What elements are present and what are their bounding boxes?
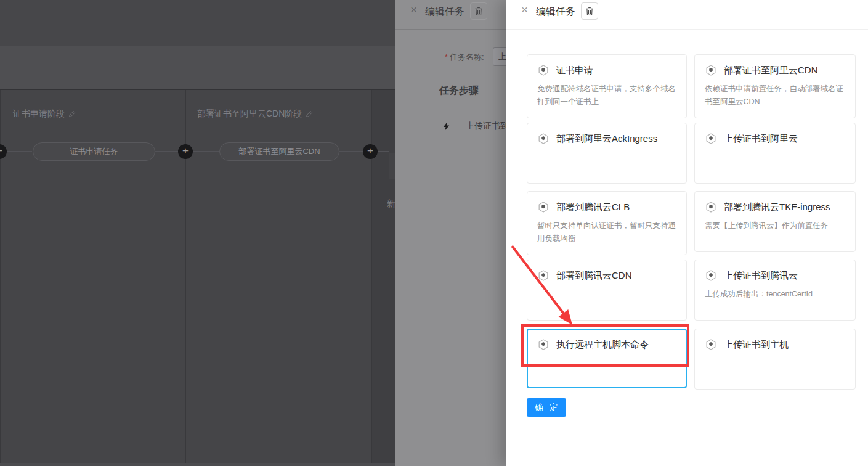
stage-title-text: 证书申请阶段	[13, 108, 65, 120]
delete-task-button[interactable]	[470, 2, 487, 20]
stage-title-1: 证书申请阶段	[13, 108, 76, 120]
trash-icon	[585, 7, 594, 16]
plugin-card-title: 部署到腾讯云CLB	[556, 202, 630, 213]
stage-title-3: 新阶段	[387, 198, 395, 210]
plugin-hexagon-icon	[705, 201, 717, 213]
task-steps-heading: 任务步骤	[439, 84, 479, 97]
drawer-title: 编辑任务	[536, 6, 575, 18]
add-task-button[interactable]: +	[363, 144, 378, 159]
add-task-button[interactable]: +	[178, 144, 193, 159]
stage-column-2: 部署证书至阿里云CDN阶段 部署证书至阿里云CDN	[186, 90, 372, 463]
plugin-card-desc: 上传成功后输出：tencentCertId	[705, 288, 845, 301]
drawer-title: 编辑任务	[425, 6, 464, 18]
plugin-hexagon-icon	[537, 338, 550, 351]
plugin-card-title: 上传证书到主机	[724, 339, 789, 351]
confirm-button[interactable]: 确 定	[527, 398, 566, 417]
plugin-card-title: 部署证书至阿里云CDN	[724, 65, 818, 76]
plugin-hexagon-icon	[537, 64, 550, 76]
plugin-hexagon-icon	[705, 269, 717, 282]
lightning-icon	[442, 121, 451, 131]
plugin-card-upload-aliyun[interactable]: 上传证书到阿里云	[694, 123, 856, 184]
plugin-card-desc: 依赖证书申请前置任务，自动部署域名证书至阿里云CDN	[705, 83, 845, 108]
edit-stage-icon[interactable]	[306, 110, 313, 118]
plugin-card-title: 上传证书到阿里云	[724, 133, 798, 145]
divider	[395, 29, 506, 30]
field-label-text: 任务名称:	[450, 52, 484, 62]
plugin-card-title: 执行远程主机脚本命令	[556, 339, 649, 351]
plugin-card-tencent-cdn[interactable]: 部署到腾讯云CDN	[527, 260, 687, 321]
node-connector	[339, 151, 363, 152]
plugin-card-deploy-alicdn[interactable]: 部署证书至阿里云CDN 依赖证书申请前置任务，自动部署域名证书至阿里云CDN	[694, 54, 856, 118]
task-node[interactable]: 部署证书至阿里云CDN	[219, 142, 339, 161]
plugin-hexagon-icon	[705, 338, 717, 351]
plugin-card-title: 部署到腾讯云CDN	[556, 270, 632, 282]
plugin-card-title: 部署到腾讯云TKE-ingress	[724, 202, 830, 213]
node-connector	[155, 151, 178, 152]
plugin-hexagon-icon	[705, 133, 717, 145]
plugin-card-ack-ingress[interactable]: 部署到阿里云AckIngress	[527, 123, 687, 184]
edit-stage-icon[interactable]	[68, 110, 76, 118]
close-icon[interactable]: ×	[521, 4, 528, 16]
plugin-card-upload-tencent[interactable]: 上传证书到腾讯云 上传成功后输出：tencentCertId	[694, 260, 856, 321]
plugin-card-desc: 需要【上传到腾讯云】作为前置任务	[705, 219, 845, 232]
stage-title-text: 部署证书至阿里云CDN阶段	[197, 108, 302, 120]
stage-column-1: 证书申请阶段 证书申请任务	[0, 90, 186, 463]
app-screen: 证书申请阶段 证书申请任务 部署证书至阿里云CDN阶段 部署证书至阿里云CDN …	[0, 0, 868, 466]
plugin-card-desc: 暂时只支持单向认证证书，暂时只支持通用负载均衡	[537, 219, 676, 245]
plugin-hexagon-icon	[705, 64, 717, 76]
plugin-hexagon-icon	[537, 133, 550, 145]
plugin-card-cert-apply[interactable]: 证书申请 免费通配符域名证书申请，支持多个域名打到同一个证书上	[527, 54, 687, 118]
plugin-card-title: 上传证书到腾讯云	[724, 270, 798, 282]
plugin-card-tencent-clb[interactable]: 部署到腾讯云CLB 暂时只支持单向认证证书，暂时只支持通用负载均衡	[527, 191, 687, 255]
plugin-card-upload-host[interactable]: 上传证书到主机	[694, 329, 856, 390]
plugin-hexagon-icon	[537, 269, 550, 282]
plugin-card-tke-ingress[interactable]: 部署到腾讯云TKE-ingress 需要【上传到腾讯云】作为前置任务	[694, 191, 856, 252]
stage-title-2: 部署证书至阿里云CDN阶段	[197, 108, 313, 120]
node-connector	[193, 151, 219, 152]
plugin-card-remote-script-selected[interactable]: 执行远程主机脚本命令	[527, 329, 687, 388]
close-icon[interactable]: ×	[410, 4, 417, 16]
task-node[interactable]: 证书申请任务	[33, 142, 155, 161]
task-name-field-label: *任务名称:	[445, 52, 484, 63]
plugin-card-title: 证书申请	[556, 65, 593, 76]
trash-icon	[474, 7, 483, 16]
required-mark: *	[445, 52, 448, 62]
plugin-hexagon-icon	[537, 201, 550, 213]
edit-task-drawer-front: × 编辑任务 证书申请 免费通配符域名证书申请，支持多个域名打到同一个证书上 部…	[506, 0, 868, 466]
plugin-card-desc: 免费通配符域名证书申请，支持多个域名打到同一个证书上	[537, 83, 676, 108]
node-connector	[378, 151, 389, 152]
plugin-card-title: 部署到阿里云AckIngress	[556, 133, 657, 145]
delete-task-button[interactable]	[581, 2, 598, 20]
divider	[506, 29, 868, 30]
edit-task-drawer-back: × 编辑任务 *任务名称: 上 任务步骤 上传证书到主机	[395, 0, 506, 466]
